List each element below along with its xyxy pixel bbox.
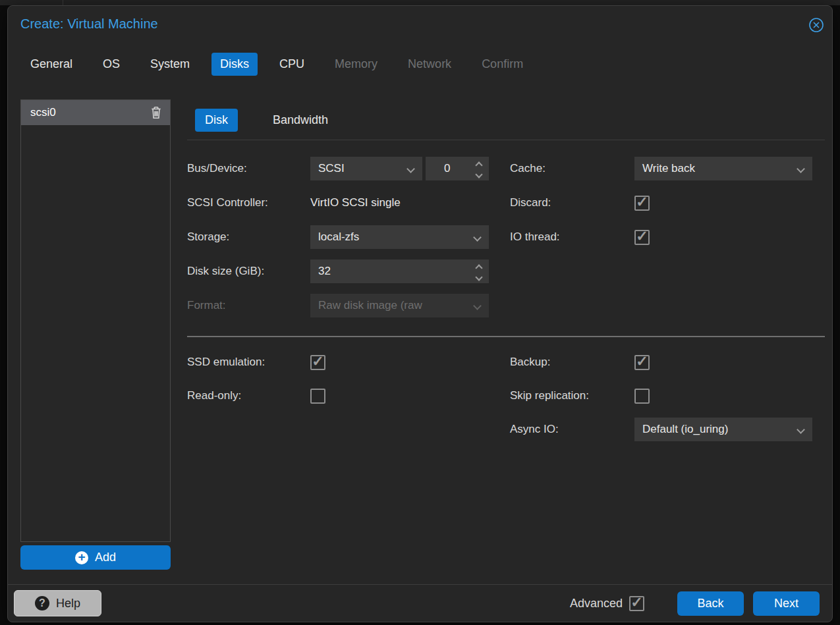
bus-select[interactable]: SCSI xyxy=(310,157,422,180)
row-storage-iothread: Storage: local-zfs IO thread: ✓ xyxy=(187,225,825,249)
backup-label: Backup: xyxy=(510,356,634,369)
chevron-down-icon xyxy=(797,425,805,434)
check-icon: ✓ xyxy=(636,229,648,244)
disk-list-panel: scsi0 xyxy=(20,99,171,542)
bus-number-value: 0 xyxy=(444,162,450,175)
discard-label: Discard: xyxy=(510,196,634,209)
tab-disks[interactable]: Disks xyxy=(211,53,258,76)
add-button-label: Add xyxy=(95,551,116,564)
dialog-title: Create: Virtual Machine xyxy=(20,16,158,32)
chevron-down-icon xyxy=(473,302,482,310)
chevron-down-icon xyxy=(406,165,415,173)
row-readonly-skiprep: Read-only: Skip replication: xyxy=(187,384,825,408)
close-icon[interactable] xyxy=(808,17,824,33)
help-button-label: Help xyxy=(56,597,80,611)
storage-label: Storage: xyxy=(187,231,310,244)
read-only-label: Read-only: xyxy=(187,389,310,402)
question-icon xyxy=(35,596,49,611)
check-icon: ✓ xyxy=(630,595,642,610)
cache-label: Cache: xyxy=(510,162,634,175)
row-bus-cache: Bus/Device: SCSI 0 xyxy=(187,157,825,180)
ssd-emulation-checkbox[interactable]: ✓ xyxy=(310,355,325,370)
bus-device-field: SCSI 0 xyxy=(310,157,489,180)
row-disksize: Disk size (GiB): 32 xyxy=(187,259,825,283)
iothread-label: IO thread: xyxy=(510,231,634,244)
dialog-footer: Help Advanced ✓ Back Next xyxy=(8,584,832,622)
async-io-label: Async IO: xyxy=(510,423,634,436)
row-format: Format: Raw disk image (raw xyxy=(187,294,825,317)
disk-size-value: 32 xyxy=(318,265,331,278)
tab-system[interactable]: System xyxy=(142,53,198,76)
wizard-tabs: General OS System Disks CPU Memory Netwo… xyxy=(22,51,532,77)
check-icon: ✓ xyxy=(312,354,323,369)
chevron-down-icon xyxy=(797,165,805,173)
background-app-strip xyxy=(0,0,840,5)
cache-select[interactable]: Write back xyxy=(634,157,812,180)
bus-device-label: Bus/Device: xyxy=(187,162,310,175)
scsi-controller-value: VirtIO SCSI single xyxy=(310,196,401,209)
skip-replication-label: Skip replication: xyxy=(510,389,634,402)
async-io-select[interactable]: Default (io_uring) xyxy=(634,418,812,441)
format-label: Format: xyxy=(187,299,310,312)
advanced-label: Advanced xyxy=(570,597,623,611)
scsi-controller-label: SCSI Controller: xyxy=(187,196,310,209)
subtab-divider xyxy=(187,140,825,140)
ssd-emulation-label: SSD emulation: xyxy=(187,356,310,369)
format-select: Raw disk image (raw xyxy=(310,294,489,317)
iothread-checkbox[interactable]: ✓ xyxy=(634,230,650,245)
row-ssd-backup: SSD emulation: ✓ Backup: ✓ xyxy=(187,350,825,374)
disk-subtabs: Disk Bandwidth xyxy=(187,107,825,132)
bus-select-value: SCSI xyxy=(318,162,345,175)
next-button[interactable]: Next xyxy=(753,591,820,616)
spinner-icon[interactable] xyxy=(476,263,482,280)
read-only-checkbox[interactable] xyxy=(310,389,325,404)
check-icon: ✓ xyxy=(636,195,648,209)
chevron-down-icon xyxy=(473,233,482,242)
async-io-select-value: Default (io_uring) xyxy=(642,423,728,436)
check-icon: ✓ xyxy=(636,354,648,369)
advanced-checkbox[interactable]: ✓ xyxy=(629,596,644,611)
discard-checkbox[interactable]: ✓ xyxy=(634,196,650,211)
tab-os[interactable]: OS xyxy=(94,53,128,76)
tab-network: Network xyxy=(399,53,460,76)
add-disk-button[interactable]: Add xyxy=(20,545,171,570)
tab-confirm: Confirm xyxy=(473,53,532,76)
tab-memory: Memory xyxy=(326,53,386,76)
create-vm-dialog: Create: Virtual Machine General OS Syste… xyxy=(7,5,833,622)
disk-form: Disk Bandwidth Bus/Device: SCSI 0 xyxy=(187,102,825,451)
plus-circle-icon xyxy=(75,551,88,564)
storage-select[interactable]: local-zfs xyxy=(310,225,489,249)
backup-checkbox[interactable]: ✓ xyxy=(634,355,650,370)
tab-general[interactable]: General xyxy=(22,53,81,76)
bus-number-input[interactable]: 0 xyxy=(426,157,489,180)
disk-size-label: Disk size (GiB): xyxy=(187,265,310,278)
disk-item-label: scsi0 xyxy=(30,106,149,119)
back-button[interactable]: Back xyxy=(677,591,744,616)
subtab-bandwidth[interactable]: Bandwidth xyxy=(263,109,338,132)
disk-size-input[interactable]: 32 xyxy=(310,259,489,283)
skip-replication-checkbox[interactable] xyxy=(634,389,650,404)
tab-cpu[interactable]: CPU xyxy=(271,53,313,76)
dialog-header: Create: Virtual Machine xyxy=(8,6,832,47)
cache-select-value: Write back xyxy=(642,162,695,175)
help-button[interactable]: Help xyxy=(14,590,101,616)
format-select-value: Raw disk image (raw xyxy=(318,299,422,312)
row-asyncio: Async IO: Default (io_uring) xyxy=(187,418,825,441)
storage-select-value: local-zfs xyxy=(318,231,359,244)
spinner-icon[interactable] xyxy=(476,161,482,177)
trash-icon[interactable] xyxy=(149,105,163,120)
subtab-disk[interactable]: Disk xyxy=(195,109,238,132)
disk-list-item-scsi0[interactable]: scsi0 xyxy=(21,100,170,125)
row-controller-discard: SCSI Controller: VirtIO SCSI single Disc… xyxy=(187,191,825,215)
